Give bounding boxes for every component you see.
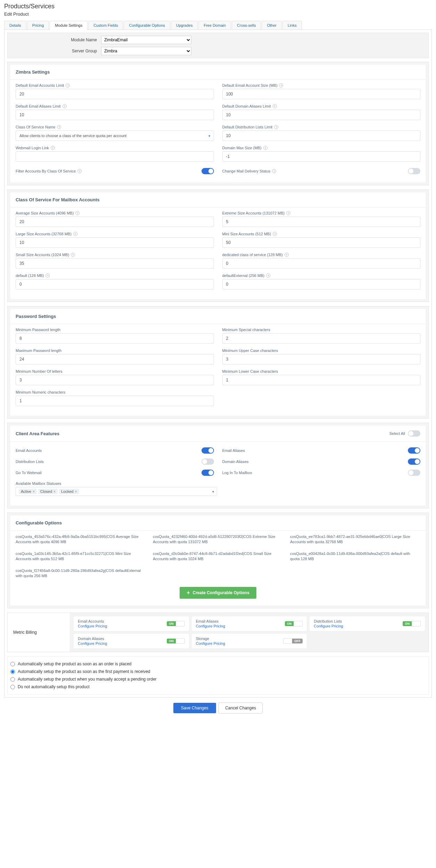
tab-cross-sells[interactable]: Cross-sells <box>232 21 261 30</box>
filter-accounts-toggle[interactable] <box>201 168 214 174</box>
status-tag-locked[interactable]: Locked × <box>59 489 79 494</box>
tab-other[interactable]: Other <box>262 21 282 30</box>
default-email-accounts-limit-input[interactable] <box>16 89 214 99</box>
default-domain-aliases-limit-input[interactable] <box>222 110 421 120</box>
server-group-select[interactable]: Zimbra <box>101 47 191 55</box>
remove-tag-icon[interactable]: × <box>33 490 35 494</box>
help-icon[interactable]: ? <box>285 253 289 257</box>
status-tag-active[interactable]: Active × <box>19 489 37 494</box>
large_size-input[interactable] <box>16 237 214 248</box>
help-icon[interactable]: ? <box>71 253 75 257</box>
help-icon[interactable]: ? <box>77 169 82 173</box>
help-icon[interactable]: ? <box>286 211 290 215</box>
min_upper-input[interactable] <box>222 354 421 364</box>
cos-name-select[interactable]: Allow clients to choose a class of the s… <box>16 130 214 141</box>
max_length-input[interactable] <box>16 354 214 364</box>
tab-upgrades[interactable]: Upgrades <box>171 21 198 30</box>
filter-accounts-label: Filter Accounts By Class Of Service <box>16 169 76 173</box>
min_letters-label: Minimum Number Of letters <box>16 369 62 373</box>
auto-setup-radio[interactable] <box>10 662 15 666</box>
help-icon[interactable]: ? <box>273 232 277 236</box>
auto-setup-option[interactable]: Automatically setup the product as soon … <box>10 660 426 668</box>
tab-free-domain[interactable]: Free Domain <box>198 21 231 30</box>
tab-custom-fields[interactable]: Custom Fields <box>88 21 123 30</box>
email_aliases-toggle[interactable] <box>408 447 420 454</box>
metric-switch[interactable]: ON <box>285 621 303 626</box>
help-icon[interactable]: ? <box>273 104 277 108</box>
webmail-login-link-label: Webmail Login Link <box>16 146 49 150</box>
help-icon[interactable]: ? <box>46 273 50 278</box>
help-icon[interactable]: ? <box>51 146 55 150</box>
remove-tag-icon[interactable]: × <box>54 490 56 494</box>
webmail-login-link-input[interactable] <box>16 151 214 162</box>
configure-pricing-link[interactable]: Configure Pricing <box>314 624 343 628</box>
min_numeric-input[interactable] <box>16 396 214 406</box>
log_in_to_mailbox-toggle[interactable] <box>408 470 420 476</box>
help-icon[interactable]: ? <box>279 83 283 87</box>
email_accounts-toggle[interactable] <box>201 447 214 454</box>
default-email-aliases-limit-input[interactable] <box>16 110 214 120</box>
min_letters-input[interactable] <box>16 375 214 385</box>
domain-max-size-input[interactable] <box>222 151 421 162</box>
default-distribution-lists-limit-input[interactable] <box>222 130 421 141</box>
help-icon[interactable]: ? <box>63 104 67 108</box>
mailbox-statuses-select[interactable]: Active ×Closed ×Locked ×▾ <box>16 487 217 496</box>
metric-switch[interactable]: ON <box>167 638 185 644</box>
help-icon[interactable]: ? <box>73 232 77 236</box>
help-icon[interactable]: ? <box>57 125 61 129</box>
configure-pricing-link[interactable]: Configure Pricing <box>196 624 225 628</box>
module-name-select[interactable]: ZimbraEmail <box>101 36 191 44</box>
average_size-label: Average Size Accounts (4096 MB) <box>16 211 74 215</box>
default-email-aliases-limit-label: Default Email Aliases Limit <box>16 104 61 108</box>
tab-pricing[interactable]: Pricing <box>27 21 49 30</box>
dedicated-input[interactable] <box>222 258 421 269</box>
auto-setup-radio[interactable] <box>10 685 15 689</box>
min_special-input[interactable] <box>222 333 421 344</box>
help-icon[interactable]: ? <box>75 211 80 215</box>
default-input[interactable] <box>16 279 214 289</box>
help-icon[interactable]: ? <box>66 83 70 87</box>
mini_size-input[interactable] <box>222 237 421 248</box>
min_length-input[interactable] <box>16 333 214 344</box>
create-config-options-button[interactable]: +Create Configurable Options <box>180 587 256 599</box>
cancel-button[interactable]: Cancel Changes <box>219 702 263 714</box>
auto-setup-option[interactable]: Do not automatically setup this product <box>10 683 426 691</box>
configure-pricing-link[interactable]: Configure Pricing <box>196 641 225 646</box>
go_to_webmail-toggle[interactable] <box>201 470 214 476</box>
save-button[interactable]: Save Changes <box>173 703 216 713</box>
cos-mailbox-title: Class Of Service For Mailbox Accounts <box>16 197 100 202</box>
metric-switch[interactable]: ON <box>403 621 421 626</box>
max_length-label: Maximum Password length <box>16 348 61 353</box>
tab-module-settings[interactable]: Module Settings <box>50 21 88 30</box>
distribution_lists-toggle[interactable] <box>201 458 214 465</box>
help-icon[interactable]: ? <box>266 273 270 278</box>
help-icon[interactable]: ? <box>263 146 268 150</box>
min_lower-input[interactable] <box>222 375 421 385</box>
auto-setup-radio[interactable] <box>10 677 15 682</box>
default_external-input[interactable] <box>222 279 421 289</box>
extreme_size-input[interactable] <box>222 217 421 227</box>
average_size-input[interactable] <box>16 217 214 227</box>
log_in_to_mailbox-label: Log In To Mailbox <box>222 471 252 475</box>
change-mail-delivery-toggle[interactable] <box>408 168 420 174</box>
configure-pricing-link[interactable]: Configure Pricing <box>78 624 107 628</box>
small_size-input[interactable] <box>16 258 214 269</box>
metric-switch[interactable]: ON <box>167 621 185 626</box>
select-all-toggle[interactable] <box>408 430 420 437</box>
auto-setup-option[interactable]: Automatically setup the product when you… <box>10 675 426 683</box>
help-icon[interactable]: ? <box>274 125 278 129</box>
default-email-account-size-input[interactable] <box>222 89 421 99</box>
tab-configurable-options[interactable]: Configurable Options <box>124 21 170 30</box>
tab-details[interactable]: Details <box>4 21 26 30</box>
auto-setup-option[interactable]: Automatically setup the product as soon … <box>10 668 426 675</box>
tab-links[interactable]: Links <box>282 21 302 30</box>
metric-switch[interactable]: OFF <box>283 638 303 644</box>
remove-tag-icon[interactable]: × <box>75 490 77 494</box>
domain_aliases-toggle[interactable] <box>408 458 420 465</box>
configure-pricing-link[interactable]: Configure Pricing <box>78 641 107 646</box>
metric-item-email-accounts: Email AccountsConfigure PricingON <box>74 616 189 631</box>
help-icon[interactable]: ? <box>272 169 276 173</box>
status-tag-closed[interactable]: Closed × <box>38 489 58 494</box>
min_numeric-label: Minimum Numeric characters <box>16 390 65 394</box>
auto-setup-radio[interactable] <box>10 669 15 674</box>
